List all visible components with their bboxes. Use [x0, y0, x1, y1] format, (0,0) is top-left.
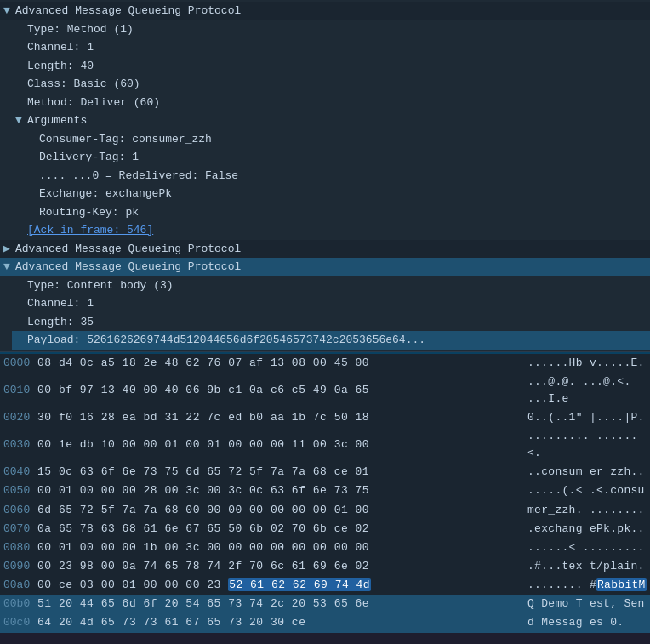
exchange-row: Exchange: exchangePk: [24, 185, 650, 203]
hex-offset: 0030: [3, 436, 37, 453]
delivery-tag-row: Delivery-Tag: 1: [24, 148, 650, 167]
channel-body-row: Channel: 1: [12, 294, 650, 313]
hex-ascii: d Messag es 0.: [527, 614, 647, 631]
length-row: Length: 40: [12, 57, 650, 76]
hex-bytes: 6d 65 72 5f 7a 7a 68 00 00 00 00 00 00 0…: [37, 502, 527, 519]
arguments-toggle[interactable]: ▼: [15, 112, 27, 129]
method-label: Method: Deliver (60): [27, 94, 160, 111]
hex-offset: 00b0: [3, 596, 37, 613]
consumer-tag-row: Consumer-Tag: consumer_zzh: [24, 130, 650, 149]
toggle-icon-2[interactable]: ▶: [3, 241, 15, 258]
hex-bytes: 15 0c 63 6f 6e 73 75 6d 65 72 5f 7a 7a 6…: [37, 464, 527, 481]
class-label: Class: Basic (60): [27, 76, 140, 93]
hex-row-0080: 0080 00 01 00 00 00 1b 00 3c 00 00 00 00…: [0, 539, 650, 557]
hex-offset: 0080: [3, 539, 37, 556]
hex-offset: 0090: [3, 558, 37, 575]
redelivered-label: .... ...0 = Redelivered: False: [39, 168, 238, 185]
hex-bytes: 00 01 00 00 00 28 00 3c 00 3c 0c 63 6f 6…: [37, 482, 527, 499]
hex-row-0010: 0010 00 bf 97 13 40 00 40 06 9b c1 0a c6…: [0, 373, 650, 408]
type-body-row: Type: Content body (3): [12, 276, 650, 295]
hex-row-0060: 0060 6d 65 72 5f 7a 7a 68 00 00 00 00 00…: [0, 501, 650, 520]
tree-section: ▼ Advanced Message Queueing Protocol Typ…: [0, 0, 650, 351]
routing-key-label: Routing-Key: pk: [39, 204, 139, 221]
hex-offset: 0070: [3, 521, 37, 538]
hex-ascii: ......< .........: [527, 539, 647, 556]
hex-row-0070: 0070 0a 65 78 63 68 61 6e 67 65 50 6b 02…: [0, 520, 650, 539]
exchange-label: Exchange: exchangePk: [39, 185, 172, 202]
hex-row-0020: 0020 30 f0 16 28 ea bd 31 22 7c ed b0 aa…: [0, 408, 650, 427]
redelivered-row: .... ...0 = Redelivered: False: [24, 167, 650, 185]
protocol-tree-panel: ▼ Advanced Message Queueing Protocol Typ…: [0, 0, 650, 352]
hex-row-0050: 0050 00 01 00 00 00 28 00 3c 00 3c 0c 63…: [0, 482, 650, 500]
amqp-section-3-header[interactable]: ▼ Advanced Message Queueing Protocol: [0, 258, 650, 276]
hex-row-0040: 0040 15 0c 63 6f 6e 73 75 6d 65 72 5f 7a…: [0, 463, 650, 482]
amqp-section-2-header[interactable]: ▶ Advanced Message Queueing Protocol: [0, 240, 650, 259]
amqp-section-1-header[interactable]: ▼ Advanced Message Queueing Protocol: [0, 2, 650, 20]
payload-label: Payload: 5261626269744d512044656d6f20546…: [27, 332, 425, 349]
amqp-section-1-label: Advanced Message Queueing Protocol: [15, 3, 241, 20]
arguments-label: Arguments: [27, 112, 87, 129]
hex-row-00b0: 00b0 51 20 44 65 6d 6f 20 54 65 73 74 2c…: [0, 595, 650, 613]
hex-ascii: ........ #RabbitM: [527, 577, 647, 594]
hex-offset: 0060: [3, 502, 37, 519]
hex-offset: 00a0: [3, 577, 37, 594]
hex-ascii: ..consum er_zzh..: [527, 464, 647, 481]
hex-bytes: 00 1e db 10 00 00 01 00 01 00 00 00 11 0…: [37, 436, 527, 453]
hex-ascii: .exchang ePk.pk..: [527, 521, 647, 538]
ack-link-row[interactable]: [Ack in frame: 546]: [12, 221, 650, 240]
hex-bytes: 30 f0 16 28 ea bd 31 22 7c ed b0 aa 1b 7…: [37, 409, 527, 426]
length-label: Length: 40: [27, 58, 94, 75]
hex-ascii: 0..(..1" |....|P.: [527, 409, 647, 426]
hex-ascii: ...@.@. ...@.<. ...I.e: [527, 373, 647, 407]
amqp-section-3-label: Advanced Message Queueing Protocol: [15, 259, 241, 276]
hex-panel: 0000 08 d4 0c a5 18 2e 48 62 76 07 af 13…: [0, 352, 650, 633]
hex-ascii: ......Hb v.....E.: [527, 355, 647, 372]
hex-ascii: .....(.< .<.consu: [527, 482, 647, 499]
channel-row: Channel: 1: [12, 38, 650, 57]
hex-row-00c0: 00c0 64 20 4d 65 73 73 61 67 65 73 20 30…: [0, 613, 650, 632]
hex-bytes: 00 01 00 00 00 1b 00 3c 00 00 00 00 00 0…: [37, 539, 527, 556]
hex-offset: 0020: [3, 409, 37, 426]
hex-bytes: 0a 65 78 63 68 61 6e 67 65 50 6b 02 70 6…: [37, 521, 527, 538]
hex-offset: 0050: [3, 482, 37, 499]
hex-ascii: ......... ......<.: [527, 428, 647, 462]
hex-bytes: 00 ce 03 00 01 00 00 00 23 52 61 62 62 6…: [37, 577, 527, 594]
toggle-icon-1[interactable]: ▼: [3, 3, 15, 20]
amqp-section-2-label: Advanced Message Queueing Protocol: [15, 241, 241, 258]
hex-ascii-highlight: RabbitM: [596, 578, 647, 591]
hex-row-0030: 0030 00 1e db 10 00 00 01 00 01 00 00 00…: [0, 427, 650, 463]
hex-bytes: 00 bf 97 13 40 00 40 06 9b c1 0a c6 c5 4…: [37, 382, 527, 399]
type-body-label: Type: Content body (3): [27, 277, 174, 294]
hex-bytes: 00 23 98 00 0a 74 65 78 74 2f 70 6c 61 6…: [37, 558, 527, 575]
method-row: Method: Deliver (60): [12, 94, 650, 112]
type-row: Type: Method (1): [12, 20, 650, 39]
routing-key-row: Routing-Key: pk: [24, 203, 650, 222]
hex-ascii: .#...tex t/plain.: [527, 558, 647, 575]
length-body-label: Length: 35: [27, 314, 94, 331]
hex-row-00a0: 00a0 00 ce 03 00 01 00 00 00 23 52 61 62…: [0, 576, 650, 595]
toggle-icon-3[interactable]: ▼: [3, 259, 15, 276]
ack-link[interactable]: [Ack in frame: 546]: [27, 222, 153, 239]
hex-bytes: 08 d4 0c a5 18 2e 48 62 76 07 af 13 08 0…: [37, 355, 527, 372]
type-label: Type: Method (1): [27, 21, 134, 38]
hex-highlight: 52 61 62 62 69 74 4d: [228, 578, 371, 591]
hex-offset: 0000: [3, 355, 37, 372]
hex-row-0000: 0000 08 d4 0c a5 18 2e 48 62 76 07 af 13…: [0, 354, 650, 373]
length-body-row: Length: 35: [12, 313, 650, 332]
class-row: Class: Basic (60): [12, 75, 650, 94]
channel-body-label: Channel: 1: [27, 295, 94, 312]
hex-ascii: Q Demo T est, Sen: [527, 596, 647, 613]
hex-bytes: 64 20 4d 65 73 73 61 67 65 73 20 30 ce: [37, 614, 527, 631]
payload-row[interactable]: Payload: 5261626269744d512044656d6f20546…: [12, 331, 650, 350]
hex-row-0090: 0090 00 23 98 00 0a 74 65 78 74 2f 70 6c…: [0, 557, 650, 576]
hex-bytes: 51 20 44 65 6d 6f 20 54 65 73 74 2c 20 5…: [37, 596, 527, 613]
hex-offset: 00c0: [3, 614, 37, 631]
delivery-tag-label: Delivery-Tag: 1: [39, 149, 139, 166]
arguments-row[interactable]: ▼ Arguments: [12, 111, 650, 130]
hex-offset: 0010: [3, 382, 37, 399]
channel-label: Channel: 1: [27, 39, 94, 56]
hex-ascii: mer_zzh. ........: [527, 502, 647, 519]
hex-offset: 0040: [3, 464, 37, 481]
consumer-tag-label: Consumer-Tag: consumer_zzh: [39, 131, 212, 148]
